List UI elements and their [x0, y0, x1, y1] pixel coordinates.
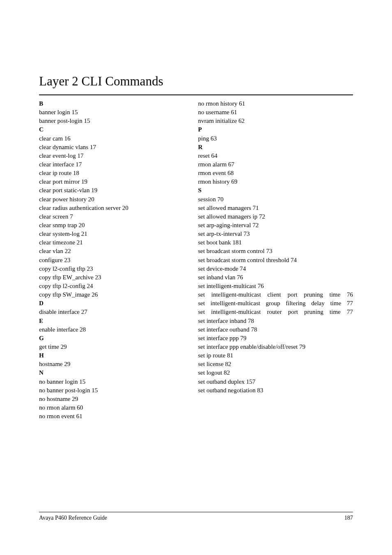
index-entry: copy tftp l2-config 24: [39, 282, 194, 290]
index-entry: hostname 29: [39, 360, 194, 368]
index-letter: G: [39, 334, 194, 343]
index-columns: Bbanner login 15banner post-login 15Ccle…: [39, 99, 353, 421]
horizontal-rule: [39, 94, 353, 95]
index-entry: clear radius authentication server 20: [39, 204, 194, 212]
index-entry: clear timezone 21: [39, 238, 194, 247]
index-entry: set interface outband 78: [198, 325, 353, 334]
index-entry: set arp-tx-interval 73: [198, 230, 353, 238]
index-entry: session 70: [198, 195, 353, 204]
index-entry: clear interface 17: [39, 160, 194, 169]
index-entry: set allowed managers 71: [198, 204, 353, 212]
index-entry: clear power history 20: [39, 195, 194, 204]
page-title: Layer 2 CLI Commands: [39, 74, 353, 89]
index-letter: R: [198, 143, 353, 152]
index-entry: set intelligent-multicast group filterin…: [198, 299, 353, 308]
index-entry: clear cam 16: [39, 134, 194, 143]
index-entry: set ip route 81: [198, 351, 353, 360]
index-entry: configure 23: [39, 256, 194, 265]
index-letter: N: [39, 368, 194, 377]
footer-right: 187: [344, 515, 353, 521]
index-entry: set boot bank 181: [198, 238, 353, 247]
index-entry: set outband duplex 157: [198, 378, 353, 386]
index-entry: clear ip route 18: [39, 169, 194, 177]
index-letter: B: [39, 99, 194, 108]
index-entry: no username 61: [198, 108, 353, 117]
index-entry: set allowed managers ip 72: [198, 212, 353, 221]
index-entry: ping 63: [198, 134, 353, 143]
index-letter: P: [198, 125, 353, 134]
index-entry: no rmon alarm 60: [39, 403, 194, 412]
index-column-right: no rmon history 61no username 61nvram in…: [198, 99, 353, 421]
index-letter: H: [39, 351, 194, 360]
index-entry: set arp-aging-interval 72: [198, 221, 353, 230]
index-entry: rmon alarm 67: [198, 160, 353, 169]
index-letter: D: [39, 299, 194, 308]
index-entry: copy tftp EW_archive 23: [39, 273, 194, 282]
index-entry: set intelligent-multicast client port pr…: [198, 290, 353, 299]
index-entry: copy l2-config tftp 23: [39, 265, 194, 273]
index-entry: clear system-log 21: [39, 230, 194, 238]
index-entry: enable interface 28: [39, 325, 194, 334]
index-entry: set interface inband 78: [198, 317, 353, 325]
index-column-left: Bbanner login 15banner post-login 15Ccle…: [39, 99, 194, 421]
index-entry: disable interface 27: [39, 308, 194, 316]
footer-left: Avaya P460 Reference Guide: [39, 515, 107, 521]
index-entry: clear port mirror 19: [39, 177, 194, 186]
index-entry: set interface ppp 79: [198, 334, 353, 343]
index-entry: set device-mode 74: [198, 265, 353, 273]
index-entry: banner login 15: [39, 108, 194, 117]
index-entry: nvram initialize 62: [198, 117, 353, 125]
index-entry: clear dynamic vlans 17: [39, 143, 194, 152]
index-entry: set broadcast storm control 73: [198, 247, 353, 256]
index-entry: clear port static-vlan 19: [39, 186, 194, 195]
index-entry: copy tftp SW_image 26: [39, 290, 194, 299]
index-entry: no rmon history 61: [198, 99, 353, 108]
index-letter: C: [39, 125, 194, 134]
index-entry: set broadcast storm control threshold 74: [198, 256, 353, 265]
index-entry: reset 64: [198, 152, 353, 160]
index-entry: no hostname 29: [39, 395, 194, 403]
index-entry: banner post-login 15: [39, 117, 194, 125]
index-entry: clear event-log 17: [39, 152, 194, 160]
index-entry: rmon history 69: [198, 177, 353, 186]
index-entry: rmon event 68: [198, 169, 353, 177]
index-entry: get time 29: [39, 343, 194, 351]
index-letter: E: [39, 317, 194, 325]
index-entry: clear screen 7: [39, 212, 194, 221]
index-entry: set license 82: [198, 360, 353, 368]
index-entry: clear vlan 22: [39, 247, 194, 256]
index-entry: no banner post-login 15: [39, 386, 194, 395]
index-entry: set outband negotiation 83: [198, 386, 353, 395]
index-entry: set inband vlan 76: [198, 273, 353, 282]
index-letter: S: [198, 186, 353, 195]
index-entry: clear snmp trap 20: [39, 221, 194, 230]
index-entry: no rmon event 61: [39, 412, 194, 421]
index-entry: set intelligent-multicast 76: [198, 282, 353, 290]
index-entry: set intelligent-multicast router port pr…: [198, 308, 353, 316]
index-entry: set logout 82: [198, 368, 353, 377]
index-entry: no banner login 15: [39, 378, 194, 386]
page-footer: Avaya P460 Reference Guide 187: [39, 512, 353, 521]
index-entry: set interface ppp enable/disable/off/res…: [198, 343, 353, 351]
